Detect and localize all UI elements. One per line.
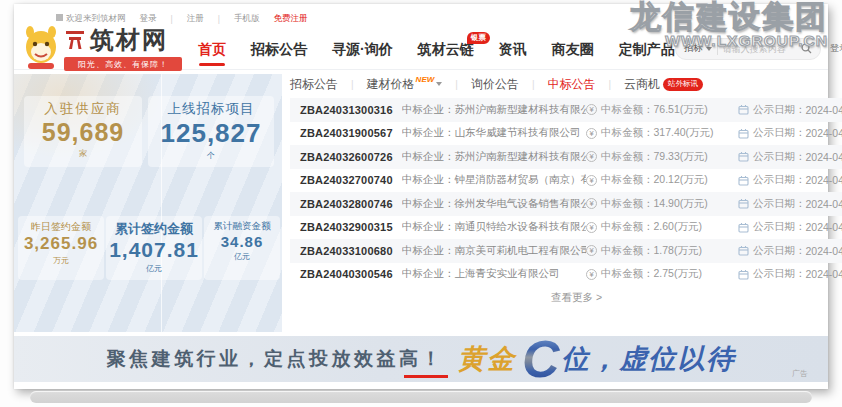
calendar-icon [738,198,749,209]
search-input[interactable] [723,44,801,54]
date-prefix: 公示日期： [753,267,806,281]
yen-circle-icon: ¥ [586,151,597,162]
site-header: 筑材网 阳光、高效、有保障！ 首页 招标公告 寻源·询价 筑材云链银票 资讯 商… [14,24,828,70]
award-id-link[interactable]: ZBA24032800746 [300,198,402,210]
horizontal-scrollbar[interactable] [30,391,812,403]
nav-item-sourcing-inquiry[interactable]: 寻源·询价 [332,41,393,59]
calendar-icon [738,175,749,186]
stat-value: 59,689 [24,118,142,147]
stat-value: 1,407.81 [106,238,202,262]
banner-c-letter: C [522,337,560,381]
amount-value: 79.33(万元) [654,150,708,164]
header-auth-links[interactable]: 登录 | 注册 [830,42,842,55]
stat-unit: 亿元 [106,263,202,274]
nav-item-business-circle[interactable]: 商友圈 [552,41,594,59]
external-info-badge: 站外标讯 [663,78,703,91]
table-row[interactable]: ZBA24032700740 中标企业：钟星消防器材贸易（南京）有... ¥中标… [290,169,842,193]
amount-prefix: 中标金额： [601,126,654,140]
slogan-ribbon: 阳光、高效、有保障！ [64,57,182,71]
login-link[interactable]: 登录 [140,13,157,25]
ad-banner[interactable]: 聚焦建筑行业，定点投放效益高！ 黄金 C 位，虚位以待 广告 [14,336,828,382]
search-icon[interactable] [801,43,812,54]
main-nav: 首页 招标公告 寻源·询价 筑材云链银票 资讯 商友圈 定制产品 [198,41,675,59]
tab-label: 云商机 [624,76,660,93]
logo-text: 筑材网 [90,24,168,56]
tab-inquiry-announcements[interactable]: 询价公告 [471,76,519,93]
stat-label: 上线招标项目 [148,100,274,118]
table-row[interactable]: ZBA24032900315 中标企业：南通贝特给水设备科技有限公司 ¥中标金额… [290,216,842,240]
company-prefix: 中标企业： [402,103,455,115]
amount-prefix: 中标金额： [601,150,654,164]
separator: | [218,14,220,24]
mobile-link[interactable]: 手机版 [234,13,260,25]
nav-item-home[interactable]: 首页 [198,41,226,59]
separator: | [171,14,173,24]
free-register-link[interactable]: 免费注册 [273,13,307,25]
tab-separator: | [609,79,612,90]
stat-label: 累计融资金额 [204,220,280,233]
view-more-link[interactable]: 查看更多 > [290,291,842,305]
calendar-icon [738,151,749,162]
banner-slogan: 聚焦建筑行业，定点投放效益高！ [106,346,444,372]
stat-label: 入驻供应商 [24,100,142,118]
brand-row: 筑材网 [64,24,182,56]
award-id-link[interactable]: ZBA24032600726 [300,151,402,163]
tab-award-announcements[interactable]: 中标公告 [548,76,596,93]
amount-value: 317.40(万元) [654,126,714,140]
award-amount: ¥中标金额：79.33(万元) [586,150,738,164]
nav-item-label: 筑材云链 [418,41,474,57]
search-category-dropdown[interactable]: 招标 [684,42,703,55]
award-amount: ¥中标金额：14.90(万元) [586,197,738,211]
banner-red-underline [404,375,448,378]
table-row[interactable]: ZBA24031900567 中标企业：山东华威建节科技有限公司 ¥中标金额：3… [290,122,842,146]
stat-unit: 个 [148,150,274,161]
page-container: 欢迎来到筑材网 登录 | 注册 | 手机版 免费注册 [14,4,828,389]
award-id-link[interactable]: ZBA24032900315 [300,221,402,233]
tab-tender-announcements[interactable]: 招标公告 [290,76,338,93]
nav-item-custom-products[interactable]: 定制产品 [619,41,675,59]
table-row[interactable]: ZBA24032600726 中标企业：苏州沪南新型建材科技有限公司 ¥中标金额… [290,145,842,169]
date-prefix: 公示日期： [753,150,806,164]
table-row[interactable]: ZBA24032800746 中标企业：徐州发华电气设备销售有限公司 ¥中标金额… [290,192,842,216]
stat-label: 昨日签约金额 [18,220,104,234]
welcome-text: 欢迎来到筑材网 [66,13,126,23]
table-row[interactable]: ZBA24031300316 中标企业：苏州沪南新型建材科技有限公司 ¥中标金额… [290,98,842,122]
nav-badge: 银票 [467,32,490,44]
stat-total-signed: 累计签约金额 1,407.81 亿元 [106,216,202,280]
nav-item-tender-announcements[interactable]: 招标公告 [251,41,307,59]
tab-cloud-business[interactable]: 云商机站外标讯 [624,76,703,93]
company-prefix: 中标企业： [402,267,455,279]
stat-unit: 家 [24,148,142,159]
stat-suppliers: 入驻供应商 59,689 家 [24,96,142,167]
stat-value: 125,827 [148,118,274,149]
award-id-link[interactable]: ZBA24040300546 [300,268,402,280]
date-prefix: 公示日期： [753,220,806,234]
award-date: 公示日期：2024-04-09 [738,244,842,258]
table-row[interactable]: ZBA24040300546 中标企业：上海青安实业有限公司 ¥中标金额：2.7… [290,263,842,287]
register-link[interactable]: 注册 [187,13,204,25]
nav-item-material-cloud-chain[interactable]: 筑材云链银票 [418,41,474,59]
brand-block: 筑材网 阳光、高效、有保障！ [64,24,182,71]
award-id-link[interactable]: ZBA24033100680 [300,245,402,257]
nav-item-news[interactable]: 资讯 [499,41,527,59]
calendar-icon [738,222,749,233]
award-company: 中标企业：徐州发华电气设备销售有限公司 [402,197,586,211]
yen-circle-icon: ¥ [586,222,597,233]
yen-circle-icon: ¥ [586,104,597,115]
award-id-link[interactable]: ZBA24031900567 [300,127,402,139]
search-bar[interactable]: 招标 [675,38,821,60]
logo-mark-icon [64,29,86,51]
table-row[interactable]: ZBA24033100680 中标企业：南京美可莉机电工程有限公司 ¥中标金额：… [290,239,842,263]
company-name: 钟星消防器材贸易（南京）有... [455,173,587,185]
mascot-logo-icon [20,25,62,71]
stat-value: 34.86 [204,233,280,250]
company-name: 山东华威建节科技有限公司 [455,126,581,138]
date-prefix: 公示日期： [753,197,806,211]
award-id-link[interactable]: ZBA24031300316 [300,104,402,116]
tab-material-prices[interactable]: 建材价格NEW [367,76,443,93]
date-value: 2024-04-09 [806,127,842,139]
amount-prefix: 中标金额： [601,173,654,187]
award-amount: ¥中标金额：2.75(万元) [586,267,738,281]
search-divider [717,43,718,55]
award-id-link[interactable]: ZBA24032700740 [300,174,402,186]
